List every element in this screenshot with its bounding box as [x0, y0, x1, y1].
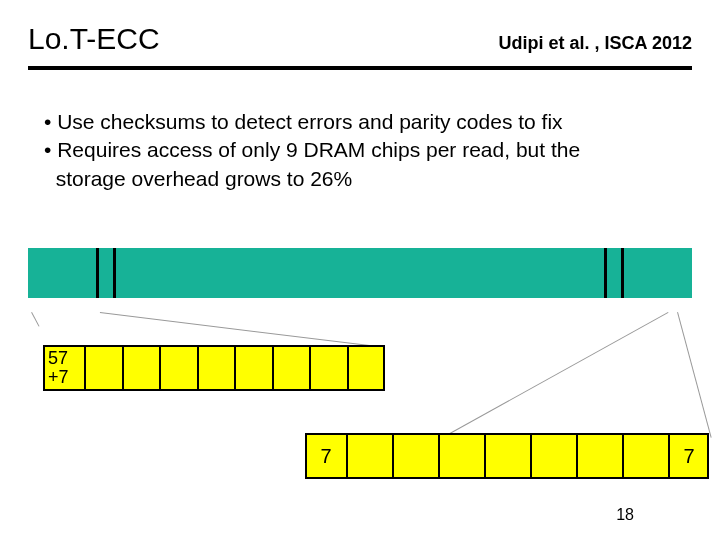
- chip-label-7b: 7: [668, 434, 708, 478]
- slide-title: Lo.T-ECC: [28, 22, 160, 56]
- chip-row-1: 57 +7: [44, 346, 384, 390]
- chip-row-2: 7 7: [306, 434, 708, 478]
- bullet-list: • Use checksums to detect errors and par…: [44, 108, 680, 193]
- guide-line: [30, 312, 39, 327]
- bullet-1: • Use checksums to detect errors and par…: [44, 108, 680, 136]
- guide-line: [441, 312, 669, 440]
- guide-line: [676, 312, 712, 438]
- citation: Udipi et al. , ISCA 2012: [499, 33, 692, 54]
- page-number: 18: [616, 506, 634, 524]
- chip-label-57-7: 57 +7: [44, 346, 84, 390]
- guide-line: [100, 312, 384, 349]
- bullet-2-cont: storage overhead grows to 26%: [44, 165, 680, 193]
- divider: [28, 66, 692, 70]
- bullet-2: • Requires access of only 9 DRAM chips p…: [44, 136, 680, 164]
- chip-label-7a: 7: [306, 434, 346, 478]
- dram-rank-bar: [28, 248, 692, 298]
